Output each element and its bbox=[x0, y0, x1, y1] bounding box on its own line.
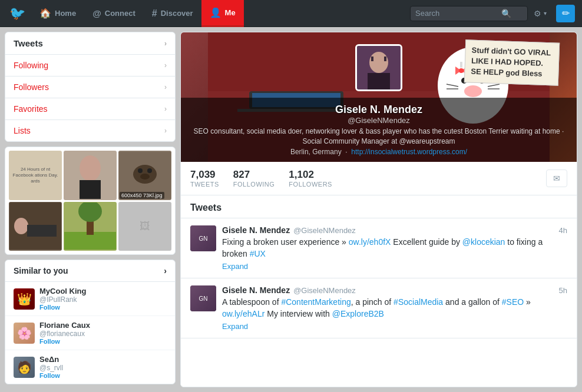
similar-handle-mycool: @IPullRank bbox=[39, 295, 167, 304]
tweet-hashtag-cm[interactable]: #ContentMarketing bbox=[281, 297, 350, 307]
stat-following[interactable]: 827 FOLLOWING bbox=[233, 169, 275, 188]
nav-item-discover-label: Discover bbox=[161, 9, 193, 18]
photo-grid: 24 Hours of nt Facebook ations Day. ards bbox=[5, 147, 176, 255]
followers-menu-label: Followers bbox=[14, 82, 49, 92]
follow-button-mycool[interactable]: Follow bbox=[39, 304, 167, 311]
tweet-header-row-2: Gisele N. Mendez @GiseleNMendez 5h bbox=[222, 285, 567, 295]
photo-cell-5[interactable] bbox=[64, 202, 117, 251]
nav-item-connect[interactable]: @ Connect bbox=[84, 0, 144, 27]
svg-point-31 bbox=[459, 68, 464, 73]
favorites-chevron: › bbox=[164, 105, 167, 113]
similar-name-sean: SeΔn bbox=[39, 355, 167, 364]
right-content: Stuff didn't GO VIRAL LIKE I HAD HOPED. … bbox=[180, 32, 577, 387]
tweet-header-row-1: Gisele N. Mendez @GiseleNMendez 4h bbox=[222, 225, 567, 235]
follow-button-sean[interactable]: Follow bbox=[39, 372, 167, 379]
tweets-section-header: Tweets bbox=[181, 195, 577, 218]
photo-label-size: 600x450 73Kl.jpg bbox=[120, 192, 164, 199]
tweets-menu-label: Tweets bbox=[14, 38, 43, 48]
top-navigation: 🐦 🏠 Home @ Connect # Discover 👤 Me 🔍 ⚙ ▾… bbox=[0, 0, 582, 27]
tweet-hashtag-sm[interactable]: #SocialMedia bbox=[393, 297, 443, 307]
following-label: FOLLOWING bbox=[233, 181, 275, 188]
sign-text-content: Stuff didn't GO VIRAL LIKE I HAD HOPED. … bbox=[471, 46, 551, 79]
tweet-item-1[interactable]: GN Gisele N. Mendez @GiseleNMendez 4h Fi… bbox=[181, 218, 577, 278]
photo-cell-6[interactable]: 🖼 bbox=[118, 202, 171, 251]
sidebar-menu: Tweets › Following › Followers › Favorit… bbox=[5, 32, 176, 142]
tweet-expand-2[interactable]: Expand bbox=[222, 322, 567, 331]
avatar-sean: 🧑 bbox=[14, 357, 35, 378]
stat-tweets[interactable]: 7,039 TWEETS bbox=[190, 169, 219, 188]
tweet-text-1: Fixing a broken user experience » ow.ly/… bbox=[222, 237, 567, 260]
svg-point-9 bbox=[14, 218, 28, 234]
following-count: 827 bbox=[233, 169, 250, 181]
message-button[interactable]: ✉ bbox=[546, 170, 567, 187]
photo-grid-inner: 24 Hours of nt Facebook ations Day. ards bbox=[9, 151, 171, 251]
stat-followers[interactable]: 1,102 FOLLOWERS bbox=[289, 169, 332, 188]
tweet-expand-1[interactable]: Expand bbox=[222, 262, 567, 271]
followers-label: FOLLOWERS bbox=[289, 181, 332, 188]
sidebar-menu-tweets[interactable]: Tweets › bbox=[5, 32, 175, 55]
main-layout: Tweets › Following › Followers › Favorit… bbox=[0, 27, 582, 392]
tweet-avatar-img-2: GN bbox=[190, 285, 216, 311]
photo-cell-2[interactable] bbox=[64, 151, 117, 200]
tweet-link-1[interactable]: ow.ly/eh0fX bbox=[349, 237, 391, 247]
svg-point-6 bbox=[147, 168, 152, 173]
tweets-label: TWEETS bbox=[190, 181, 219, 188]
svg-point-36 bbox=[369, 52, 388, 73]
tweet-mention-1[interactable]: @klocekian bbox=[462, 237, 505, 247]
similar-info-floriane: Floriane Caux @florianecaux Follow bbox=[39, 321, 167, 345]
sidebar-menu-favorites[interactable]: Favorites › bbox=[5, 98, 175, 120]
similar-title: Similar to you bbox=[14, 266, 68, 275]
svg-point-24 bbox=[464, 85, 482, 97]
photo-cell-4[interactable] bbox=[9, 202, 62, 251]
twitter-logo: 🐦 bbox=[9, 6, 25, 21]
followers-chevron: › bbox=[164, 83, 167, 91]
following-chevron: › bbox=[164, 61, 167, 69]
similar-user-mycool[interactable]: 👑 MyCool King @IPullRank Follow bbox=[5, 282, 175, 316]
search-icon[interactable]: 🔍 bbox=[501, 9, 511, 18]
photo-caption-1: 24 Hours of nt Facebook ations Day. ards bbox=[9, 165, 62, 185]
tweet-hashtag-seo[interactable]: #SEO bbox=[502, 297, 524, 307]
svg-rect-39 bbox=[384, 57, 386, 61]
left-sidebar: Tweets › Following › Followers › Favorit… bbox=[5, 32, 176, 387]
similar-header: Similar to you › bbox=[5, 260, 175, 282]
sidebar-menu-followers[interactable]: Followers › bbox=[5, 77, 175, 98]
tweet-author-handle-2: @GiseleNMendez bbox=[293, 286, 356, 295]
nav-item-home[interactable]: 🏠 Home bbox=[31, 0, 84, 27]
profile-handle: @GiseleNMendez bbox=[190, 116, 567, 125]
tweet-link-2[interactable]: ow.ly/ehALr bbox=[222, 309, 264, 318]
nav-item-me-label: Me bbox=[225, 8, 236, 17]
avatar-mycool: 👑 bbox=[14, 288, 35, 310]
location-text: Berlin, Germany bbox=[290, 148, 342, 156]
gear-icon: ⚙ bbox=[534, 9, 541, 18]
tweet-avatar-1: GN bbox=[190, 225, 216, 251]
nav-item-connect-label: Connect bbox=[105, 9, 135, 18]
tweets-section: Tweets GN Gisele N. Mendez @GiseleNMende… bbox=[181, 195, 577, 387]
photo-person-1 bbox=[64, 152, 116, 199]
svg-rect-38 bbox=[371, 57, 373, 61]
person-icon: 👤 bbox=[210, 7, 221, 18]
similar-user-sean[interactable]: 🧑 SeΔn @s_rvll Follow bbox=[5, 350, 175, 384]
svg-rect-2 bbox=[80, 180, 101, 199]
settings-button[interactable]: ⚙ ▾ bbox=[528, 0, 553, 27]
nav-item-me[interactable]: 👤 Me bbox=[201, 0, 244, 27]
photo-cell-1[interactable]: 24 Hours of nt Facebook ations Day. ards bbox=[9, 151, 62, 200]
tweet-item-2[interactable]: GN Gisele N. Mendez @GiseleNMendez 5h A … bbox=[181, 278, 577, 338]
tweet-body-2: Gisele N. Mendez @GiseleNMendez 5h A tab… bbox=[222, 285, 567, 331]
tweet-hashtag-ux[interactable]: #UX bbox=[250, 249, 266, 258]
nav-item-discover[interactable]: # Discover bbox=[144, 0, 201, 27]
photo-cell-3[interactable]: 600x450 73Kl.jpg bbox=[118, 151, 171, 200]
profile-website[interactable]: http://insocialwetrust.wordpress.com/ bbox=[351, 148, 467, 156]
sidebar-menu-lists[interactable]: Lists › bbox=[5, 120, 175, 141]
compose-tweet-button[interactable]: ✏ bbox=[556, 5, 575, 22]
svg-point-7 bbox=[140, 174, 150, 180]
search-input[interactable] bbox=[415, 9, 498, 18]
sidebar-menu-following[interactable]: Following › bbox=[5, 55, 175, 77]
follow-button-floriane[interactable]: Follow bbox=[39, 338, 167, 345]
followers-count: 1,102 bbox=[289, 169, 314, 181]
similar-user-floriane[interactable]: 🌸 Floriane Caux @florianecaux Follow bbox=[5, 316, 175, 350]
photo-park bbox=[64, 202, 116, 250]
svg-point-5 bbox=[138, 168, 143, 173]
profile-name: Gisele N. Mendez bbox=[190, 104, 567, 116]
tweet-mention-2[interactable]: @ExploreB2B bbox=[332, 309, 384, 318]
svg-point-1 bbox=[80, 155, 101, 181]
